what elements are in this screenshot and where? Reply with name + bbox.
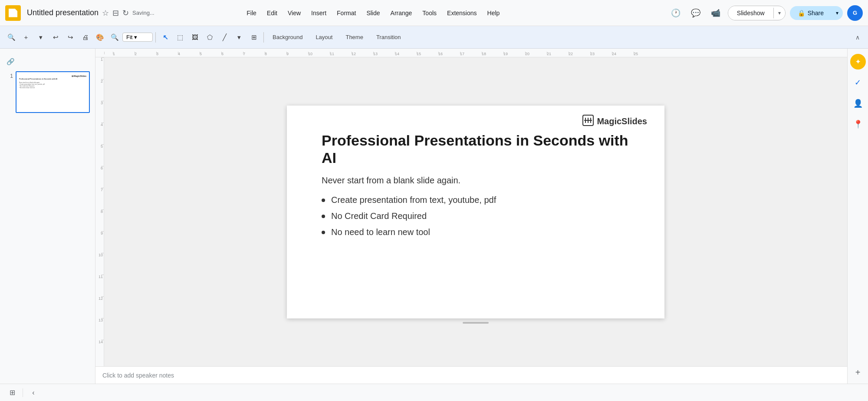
top-right-actions: 🕐 💬 📹 Slideshow ▾ 🔒 Share ▾ G: [668, 5, 863, 21]
menu-arrange[interactable]: Arrange: [385, 7, 418, 19]
ruler-mark: 15: [417, 52, 438, 57]
toolbar-collapse[interactable]: ∧: [852, 31, 864, 43]
contacts-icon[interactable]: 👤: [850, 96, 866, 111]
menu-insert[interactable]: Insert: [306, 7, 332, 19]
cloud-sync-icon[interactable]: ↻: [122, 8, 129, 18]
slideshow-button[interactable]: Slideshow: [728, 6, 773, 20]
star-icon[interactable]: ☆: [102, 8, 109, 18]
logo-icon: [582, 114, 594, 129]
zoom-in-button[interactable]: +: [19, 30, 33, 44]
tasks-icon[interactable]: ✓: [850, 75, 866, 90]
ruler-v-mark: 12: [99, 296, 104, 318]
transition-button[interactable]: Transition: [370, 31, 407, 43]
video-call-icon[interactable]: 📹: [708, 5, 723, 21]
toolbar: 🔍 + ▾ ↩ ↪ 🖨 🎨 🔍 Fit ▾ ↖ ⬚ 🖼 ⬠ ╱ ▾ ⊞ Back…: [0, 26, 868, 49]
redo-button[interactable]: ↪: [63, 30, 77, 44]
slide-bullet-3[interactable]: No need to learn new tool: [322, 227, 630, 237]
status-bar: ⊞ ‹: [0, 384, 868, 401]
menu-view[interactable]: View: [283, 7, 306, 19]
version-history-icon[interactable]: 🕐: [668, 5, 684, 21]
notes-bar[interactable]: Click to add speaker notes: [95, 366, 847, 384]
slide-bullet-1[interactable]: Create presentation from text, youtube, …: [322, 195, 630, 205]
slide-main-title[interactable]: Professional Presentations in Seconds wi…: [322, 132, 630, 167]
select-region-button[interactable]: ⬚: [173, 30, 187, 44]
slideshow-dropdown[interactable]: ▾: [774, 7, 785, 20]
slide-link-icon[interactable]: 🔗: [4, 56, 16, 68]
main-layout: 🔗 1 ⊞ MagicSlides Professional Presentat…: [0, 49, 868, 384]
line-tool-button[interactable]: ╱: [217, 30, 231, 44]
toolbar-separator-1: [155, 32, 156, 43]
account-icon[interactable]: G: [847, 5, 863, 21]
zoom-selector[interactable]: 🔍: [108, 30, 122, 44]
zoom-group-dropdown[interactable]: ▾: [34, 30, 48, 44]
slide-bullet-2[interactable]: No Credit Card Required: [322, 211, 630, 221]
panel-collapse-button[interactable]: ‹: [26, 386, 40, 400]
saving-text: Saving...: [132, 10, 155, 16]
doc-title-area: Untitled presentation ☆ ⊟ ↻ Saving...: [27, 8, 239, 18]
ruler-v-marks: 1 2 3 4 5 6 7 8 9 10 11 12 13 14: [99, 57, 104, 361]
ruler-mark: 11: [330, 52, 352, 57]
zoom-level-input[interactable]: Fit ▾: [122, 33, 153, 42]
ruler-mark: 21: [547, 52, 569, 57]
ruler-v-mark: 7: [99, 188, 104, 209]
slide-subtitle[interactable]: Never start from a blank slide again.: [322, 176, 630, 186]
menu-edit[interactable]: Edit: [262, 7, 283, 19]
ruler-v-mark: 9: [99, 231, 104, 253]
select-tool-button[interactable]: ↖: [158, 30, 172, 44]
ruler-mark: 18: [482, 52, 503, 57]
ruler-v-mark: 5: [99, 144, 104, 166]
ruler-mark: 16: [438, 52, 460, 57]
bullet-dot-2: [322, 215, 325, 218]
ruler-mark: 7: [243, 52, 265, 57]
chat-icon[interactable]: 💬: [688, 5, 704, 21]
theme-button[interactable]: Theme: [339, 31, 369, 43]
slide-logo-area: MagicSlides: [582, 114, 647, 129]
share-button[interactable]: 🔒 Share: [790, 6, 832, 20]
folder-icon[interactable]: ⊟: [112, 8, 119, 18]
undo-button[interactable]: ↩: [49, 30, 62, 44]
paint-format-button[interactable]: 🎨: [93, 30, 107, 44]
ruler-v-mark: 13: [99, 318, 104, 340]
ruler-v-mark: 8: [99, 209, 104, 231]
ruler-mark: 13: [373, 52, 395, 57]
ruler-v-mark: 1: [99, 57, 104, 79]
ruler-mark: 9: [286, 52, 308, 57]
search-button[interactable]: 🔍: [4, 30, 18, 44]
print-button[interactable]: 🖨: [78, 30, 92, 44]
share-dropdown[interactable]: ▾: [832, 7, 843, 20]
ruler-mark: [104, 52, 113, 57]
thumb-logo: ⊞ MagicSlides: [72, 75, 86, 77]
menu-help[interactable]: Help: [482, 7, 505, 19]
lock-icon: 🔒: [798, 10, 805, 17]
ruler-horizontal: 1 2 3 4 5 6 7 8 9 10 11 12 13 14 15 16 1…: [95, 49, 847, 57]
bullet-text-1: Create presentation from text, youtube, …: [331, 195, 496, 205]
ruler-mark: 8: [265, 52, 286, 57]
thumb-title: Professional Presentations in Seconds wi…: [19, 78, 86, 80]
line-dropdown[interactable]: ▾: [232, 30, 246, 44]
shapes-button[interactable]: ⬠: [203, 30, 217, 44]
background-button[interactable]: Background: [266, 31, 309, 43]
notes-placeholder[interactable]: Click to add speaker notes: [102, 372, 174, 379]
toolbar-separator-2: [263, 32, 264, 43]
menu-file[interactable]: File: [241, 7, 262, 19]
explore-icon[interactable]: ✦: [850, 54, 866, 70]
layout-button[interactable]: Layout: [309, 31, 339, 43]
slide-canvas[interactable]: MagicSlides Professional Presentations i…: [287, 106, 664, 318]
slide-divider-handle: [463, 322, 489, 324]
grid-view-button[interactable]: ⊞: [5, 386, 19, 400]
ruler-mark: 17: [460, 52, 482, 57]
bullet-dot-1: [322, 199, 325, 202]
slide-thumbnail-1[interactable]: ⊞ MagicSlides Professional Presentations…: [16, 71, 90, 113]
menu-slide[interactable]: Slide: [361, 7, 385, 19]
menu-extensions[interactable]: Extensions: [442, 7, 482, 19]
menu-tools[interactable]: Tools: [417, 7, 442, 19]
ruler-v-mark: 4: [99, 123, 104, 144]
share-btn-group: 🔒 Share ▾: [790, 6, 843, 20]
menu-format[interactable]: Format: [332, 7, 361, 19]
textbox-button[interactable]: ⊞: [247, 30, 261, 44]
maps-icon[interactable]: 📍: [850, 116, 866, 132]
status-separator: [23, 388, 23, 397]
add-apps-icon[interactable]: +: [852, 366, 864, 378]
insert-image-button[interactable]: 🖼: [188, 30, 202, 44]
ruler-mark: 14: [395, 52, 417, 57]
